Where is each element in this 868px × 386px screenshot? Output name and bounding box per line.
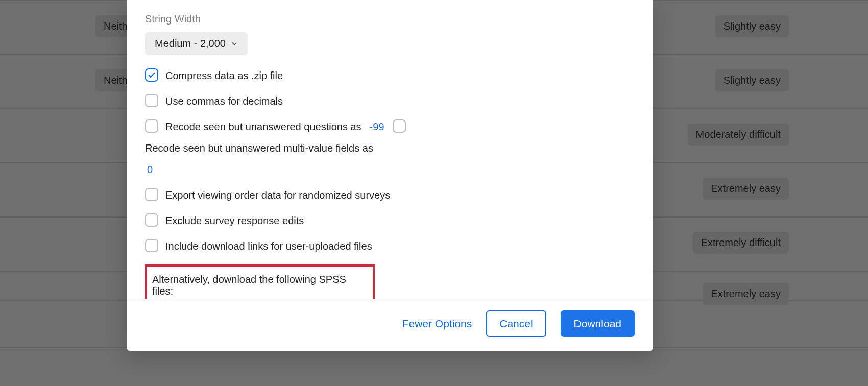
option-compress: Compress data as .zip file [145, 64, 635, 87]
chevron-down-icon [231, 40, 238, 47]
fewer-options-button[interactable]: Fewer Options [402, 318, 472, 330]
checkbox-exclude-edits[interactable] [145, 213, 158, 227]
option-label: Recode seen but unanswered multi-value f… [145, 140, 373, 156]
option-label: Exclude survey response edits [165, 212, 304, 229]
checkbox-compress[interactable] [145, 68, 158, 82]
checkbox-recode-unanswered[interactable] [145, 119, 158, 133]
string-width-value: Medium - 2,000 [155, 38, 226, 50]
option-label: Use commas for decimals [165, 93, 283, 109]
download-button[interactable]: Download [561, 310, 635, 337]
option-include-uploads: Include download links for user-uploaded… [145, 235, 635, 257]
option-exclude-edits: Exclude survey response edits [145, 209, 635, 232]
spss-alt-block: Alternatively, download the following SP… [145, 264, 375, 299]
option-export-order: Export viewing order data for randomized… [145, 184, 635, 206]
checkbox-recode-multivalue[interactable] [393, 119, 406, 133]
options-list: Compress data as .zip file Use commas fo… [145, 64, 635, 257]
spss-alt-text: Alternatively, download the following SP… [152, 274, 364, 297]
cancel-button[interactable]: Cancel [486, 310, 546, 337]
recode-multivalue-value[interactable]: 0 [145, 161, 635, 178]
download-dialog: String Width Medium - 2,000 Compress dat… [127, 0, 653, 351]
string-width-dropdown[interactable]: Medium - 2,000 [145, 32, 248, 55]
dialog-footer: Fewer Options Cancel Download [127, 299, 653, 351]
recode-unanswered-value[interactable]: -99 [369, 118, 385, 135]
dialog-body: String Width Medium - 2,000 Compress dat… [127, 0, 653, 299]
checkbox-include-uploads[interactable] [145, 239, 158, 252]
checkbox-commas[interactable] [145, 94, 158, 107]
option-label: Include download links for user-uploaded… [165, 238, 372, 254]
option-label: Recode seen but unanswered questions as [165, 118, 361, 135]
option-label: Compress data as .zip file [165, 67, 283, 84]
checkbox-export-order[interactable] [145, 188, 158, 201]
option-recode-row: Recode seen but unanswered questions as … [145, 115, 635, 181]
option-label: Export viewing order data for randomized… [165, 187, 390, 203]
string-width-label: String Width [145, 13, 635, 25]
option-commas: Use commas for decimals [145, 90, 635, 112]
